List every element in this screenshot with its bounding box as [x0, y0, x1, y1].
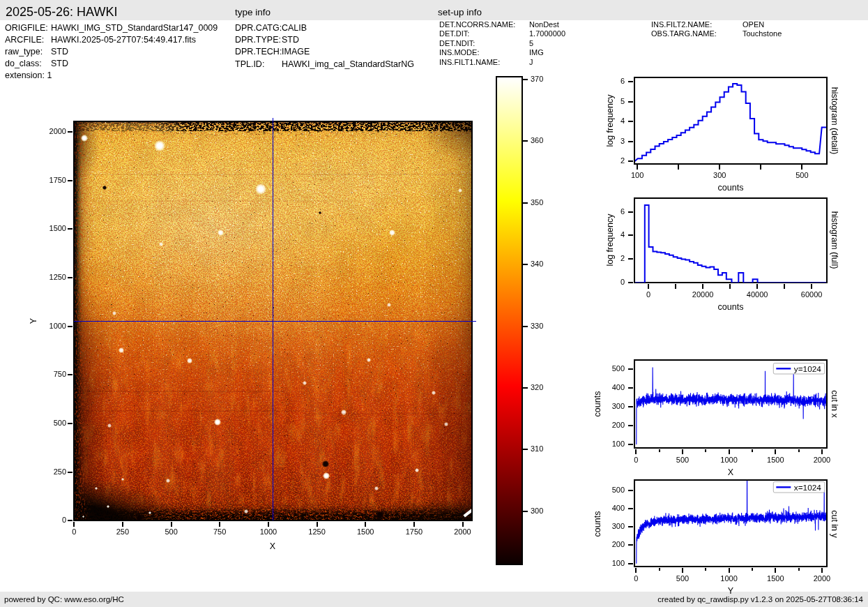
svg-text:x=1024: x=1024: [793, 483, 821, 493]
svg-text:y=1024: y=1024: [793, 364, 821, 373]
